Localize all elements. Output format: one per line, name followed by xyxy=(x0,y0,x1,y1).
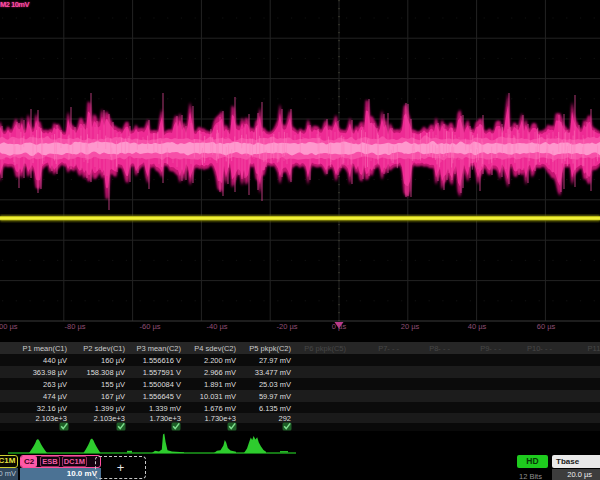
svg-text:155 µV: 155 µV xyxy=(101,380,125,389)
svg-text:2.966 mV: 2.966 mV xyxy=(204,368,236,377)
svg-text:P8- - -: P8- - - xyxy=(429,344,450,353)
svg-text:-80 µs: -80 µs xyxy=(65,322,86,331)
svg-text:33.477 mV: 33.477 mV xyxy=(255,368,291,377)
svg-text:440 µV: 440 µV xyxy=(43,356,67,365)
svg-text:32.16 µV: 32.16 µV xyxy=(37,404,67,413)
svg-text:-40 µs: -40 µs xyxy=(207,322,228,331)
svg-text:P5 pkpk(C2): P5 pkpk(C2) xyxy=(249,344,291,353)
svg-text:6.135 mV: 6.135 mV xyxy=(259,404,291,413)
svg-text:263 µV: 263 µV xyxy=(43,380,67,389)
svg-text:P3 mean(C2): P3 mean(C2) xyxy=(136,344,181,353)
svg-text:59.97 mV: 59.97 mV xyxy=(259,392,291,401)
svg-text:40 µs: 40 µs xyxy=(468,322,487,331)
svg-text:10.031 mV: 10.031 mV xyxy=(200,392,236,401)
svg-text:1.730e+3: 1.730e+3 xyxy=(150,414,182,423)
svg-text:158.308 µV: 158.308 µV xyxy=(86,368,125,377)
svg-text:363.98 µV: 363.98 µV xyxy=(33,368,67,377)
svg-text:60 µs: 60 µs xyxy=(537,322,556,331)
svg-text:20 µs: 20 µs xyxy=(401,322,420,331)
svg-text:1.339 mV: 1.339 mV xyxy=(149,404,181,413)
svg-text:P11- - -: P11- - - xyxy=(588,344,600,353)
svg-text:27.97 mV: 27.97 mV xyxy=(259,356,291,365)
svg-text:-60 µs: -60 µs xyxy=(140,322,161,331)
svg-text:1.550084 V: 1.550084 V xyxy=(143,380,181,389)
svg-text:2.103e+3: 2.103e+3 xyxy=(36,414,68,423)
svg-text:160 µV: 160 µV xyxy=(101,356,125,365)
svg-text:1.676 mV: 1.676 mV xyxy=(204,404,236,413)
svg-text:2.200 mV: 2.200 mV xyxy=(204,356,236,365)
svg-text:00 µs: 00 µs xyxy=(0,322,18,331)
svg-text:25.03 mV: 25.03 mV xyxy=(259,380,291,389)
svg-text:1.399 µV: 1.399 µV xyxy=(95,404,125,413)
svg-text:P10- - -: P10- - - xyxy=(527,344,553,353)
svg-text:2.103e+3: 2.103e+3 xyxy=(94,414,126,423)
svg-text:P2 sdev(C1): P2 sdev(C1) xyxy=(83,344,125,353)
svg-text:1.557591 V: 1.557591 V xyxy=(143,368,181,377)
svg-text:1.556645 V: 1.556645 V xyxy=(143,392,181,401)
svg-text:0 µs: 0 µs xyxy=(332,322,347,331)
svg-text:P1 mean(C1): P1 mean(C1) xyxy=(22,344,67,353)
svg-text:1.556616 V: 1.556616 V xyxy=(143,356,181,365)
svg-text:474 µV: 474 µV xyxy=(43,392,67,401)
svg-text:167 µV: 167 µV xyxy=(101,392,125,401)
svg-text:P9- - -: P9- - - xyxy=(480,344,501,353)
svg-text:P7- - -: P7- - - xyxy=(378,344,399,353)
svg-text:P4 sdev(C2): P4 sdev(C2) xyxy=(194,344,236,353)
svg-text:-20 µs: -20 µs xyxy=(277,322,298,331)
svg-text:P6 pkpk(C5): P6 pkpk(C5) xyxy=(304,344,346,353)
svg-text:292: 292 xyxy=(278,414,291,423)
svg-text:1.891 mV: 1.891 mV xyxy=(204,380,236,389)
svg-text:1.730e+3: 1.730e+3 xyxy=(205,414,237,423)
